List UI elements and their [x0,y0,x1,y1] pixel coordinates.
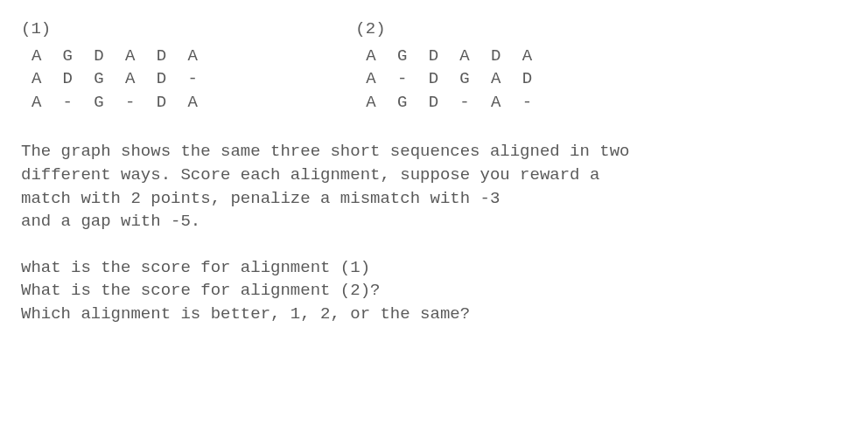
alignment-1-label: (1) [21,17,198,41]
alignments-container: (1) A G D A D A A D G A D - A - G - D A … [21,17,847,114]
alignment-2-label: (2) [355,17,532,41]
alignment-1-row-2: A D G A D - [21,67,198,91]
alignment-2-row-1: A G D A D A [355,45,532,68]
alignment-1-row-1: A G D A D A [21,45,198,68]
questions-block: what is the score for alignment (1) What… [21,256,847,326]
description-paragraph: The graph shows the same three short seq… [21,140,847,233]
alignment-1: (1) A G D A D A A D G A D - A - G - D A [21,17,198,114]
alignment-2: (2) A G D A D A A - D G A D A G D - A - [355,17,532,114]
alignment-2-row-3: A G D - A - [355,91,532,115]
alignment-1-row-3: A - G - D A [21,91,198,115]
alignment-2-row-2: A - D G A D [355,67,532,91]
